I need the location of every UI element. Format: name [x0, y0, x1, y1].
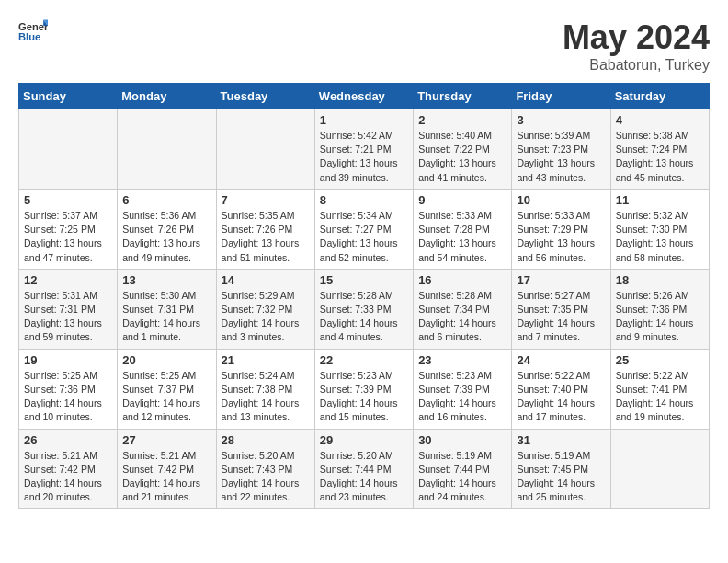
cell-details: Sunrise: 5:19 AM Sunset: 7:45 PM Dayligh…: [517, 449, 605, 505]
cell-details: Sunrise: 5:33 AM Sunset: 7:29 PM Dayligh…: [517, 209, 605, 265]
header-tuesday: Tuesday: [216, 84, 314, 109]
cell-details: Sunrise: 5:35 AM Sunset: 7:26 PM Dayligh…: [222, 209, 310, 265]
day-number: 18: [616, 273, 704, 287]
table-row: [118, 109, 216, 190]
header-wednesday: Wednesday: [314, 84, 413, 109]
day-number: 12: [24, 273, 112, 287]
cell-details: Sunrise: 5:28 AM Sunset: 7:33 PM Dayligh…: [320, 289, 408, 345]
day-number: 17: [517, 273, 605, 287]
day-number: 1: [320, 113, 408, 127]
table-row: 6Sunrise: 5:36 AM Sunset: 7:26 PM Daylig…: [118, 189, 216, 269]
title-area: May 2024 Babatorun, Turkey: [563, 18, 710, 74]
cell-details: Sunrise: 5:38 AM Sunset: 7:24 PM Dayligh…: [616, 129, 704, 185]
cell-details: Sunrise: 5:19 AM Sunset: 7:44 PM Dayligh…: [418, 449, 506, 505]
day-number: 7: [222, 193, 310, 207]
table-row: 31Sunrise: 5:19 AM Sunset: 7:45 PM Dayli…: [512, 429, 610, 509]
table-row: 29Sunrise: 5:20 AM Sunset: 7:44 PM Dayli…: [314, 429, 413, 509]
day-number: 16: [418, 273, 506, 287]
cell-details: Sunrise: 5:29 AM Sunset: 7:32 PM Dayligh…: [222, 289, 310, 345]
svg-text:Blue: Blue: [18, 31, 40, 42]
day-number: 10: [517, 193, 605, 207]
header-friday: Friday: [512, 84, 610, 109]
day-number: 27: [122, 433, 210, 447]
cell-details: Sunrise: 5:28 AM Sunset: 7:34 PM Dayligh…: [418, 289, 506, 345]
weekday-header-row: Sunday Monday Tuesday Wednesday Thursday…: [19, 84, 710, 109]
cell-details: Sunrise: 5:33 AM Sunset: 7:28 PM Dayligh…: [418, 209, 506, 265]
table-row: 13Sunrise: 5:30 AM Sunset: 7:31 PM Dayli…: [118, 269, 216, 349]
calendar-header: General Blue May 2024 Babatorun, Turkey: [18, 18, 710, 74]
day-number: 29: [320, 433, 408, 447]
cell-details: Sunrise: 5:36 AM Sunset: 7:26 PM Dayligh…: [122, 209, 210, 265]
day-number: 19: [24, 353, 112, 367]
cell-details: Sunrise: 5:24 AM Sunset: 7:38 PM Dayligh…: [222, 369, 310, 425]
table-row: [216, 109, 314, 190]
calendar-table: Sunday Monday Tuesday Wednesday Thursday…: [18, 83, 710, 509]
week-row-1: 5Sunrise: 5:37 AM Sunset: 7:25 PM Daylig…: [19, 189, 710, 269]
cell-details: Sunrise: 5:23 AM Sunset: 7:39 PM Dayligh…: [418, 369, 506, 425]
cell-details: Sunrise: 5:20 AM Sunset: 7:43 PM Dayligh…: [222, 449, 310, 505]
day-number: 5: [24, 193, 112, 207]
table-row: 16Sunrise: 5:28 AM Sunset: 7:34 PM Dayli…: [414, 269, 512, 349]
table-row: 7Sunrise: 5:35 AM Sunset: 7:26 PM Daylig…: [216, 189, 314, 269]
cell-details: Sunrise: 5:27 AM Sunset: 7:35 PM Dayligh…: [517, 289, 605, 345]
cell-details: Sunrise: 5:39 AM Sunset: 7:23 PM Dayligh…: [517, 129, 605, 185]
table-row: 15Sunrise: 5:28 AM Sunset: 7:33 PM Dayli…: [314, 269, 413, 349]
calendar-title: May 2024: [563, 18, 710, 57]
table-row: 14Sunrise: 5:29 AM Sunset: 7:32 PM Dayli…: [216, 269, 314, 349]
day-number: 22: [320, 353, 408, 367]
table-row: 10Sunrise: 5:33 AM Sunset: 7:29 PM Dayli…: [512, 189, 610, 269]
table-row: 28Sunrise: 5:20 AM Sunset: 7:43 PM Dayli…: [216, 429, 314, 509]
cell-details: Sunrise: 5:22 AM Sunset: 7:41 PM Dayligh…: [616, 369, 704, 425]
logo-icon: General Blue: [18, 18, 48, 44]
cell-details: Sunrise: 5:31 AM Sunset: 7:31 PM Dayligh…: [24, 289, 112, 345]
table-row: 17Sunrise: 5:27 AM Sunset: 7:35 PM Dayli…: [512, 269, 610, 349]
header-monday: Monday: [118, 84, 216, 109]
calendar-body: 1Sunrise: 5:42 AM Sunset: 7:21 PM Daylig…: [19, 109, 710, 509]
day-number: 25: [616, 353, 704, 367]
day-number: 30: [418, 433, 506, 447]
table-row: [610, 429, 709, 509]
cell-details: Sunrise: 5:37 AM Sunset: 7:25 PM Dayligh…: [24, 209, 112, 265]
cell-details: Sunrise: 5:30 AM Sunset: 7:31 PM Dayligh…: [122, 289, 210, 345]
cell-details: Sunrise: 5:23 AM Sunset: 7:39 PM Dayligh…: [320, 369, 408, 425]
day-number: 23: [418, 353, 506, 367]
week-row-3: 19Sunrise: 5:25 AM Sunset: 7:36 PM Dayli…: [19, 349, 710, 429]
day-number: 26: [24, 433, 112, 447]
day-number: 31: [517, 433, 605, 447]
cell-details: Sunrise: 5:21 AM Sunset: 7:42 PM Dayligh…: [24, 449, 112, 505]
cell-details: Sunrise: 5:25 AM Sunset: 7:36 PM Dayligh…: [24, 369, 112, 425]
table-row: 30Sunrise: 5:19 AM Sunset: 7:44 PM Dayli…: [414, 429, 512, 509]
cell-details: Sunrise: 5:26 AM Sunset: 7:36 PM Dayligh…: [616, 289, 704, 345]
week-row-2: 12Sunrise: 5:31 AM Sunset: 7:31 PM Dayli…: [19, 269, 710, 349]
table-row: 1Sunrise: 5:42 AM Sunset: 7:21 PM Daylig…: [314, 109, 413, 190]
table-row: 5Sunrise: 5:37 AM Sunset: 7:25 PM Daylig…: [19, 189, 118, 269]
logo: General Blue: [18, 18, 48, 44]
header-thursday: Thursday: [414, 84, 512, 109]
table-row: 27Sunrise: 5:21 AM Sunset: 7:42 PM Dayli…: [118, 429, 216, 509]
day-number: 24: [517, 353, 605, 367]
table-row: 4Sunrise: 5:38 AM Sunset: 7:24 PM Daylig…: [610, 109, 709, 190]
table-row: 2Sunrise: 5:40 AM Sunset: 7:22 PM Daylig…: [414, 109, 512, 190]
table-row: 25Sunrise: 5:22 AM Sunset: 7:41 PM Dayli…: [610, 349, 709, 429]
table-row: 12Sunrise: 5:31 AM Sunset: 7:31 PM Dayli…: [19, 269, 118, 349]
table-row: 9Sunrise: 5:33 AM Sunset: 7:28 PM Daylig…: [414, 189, 512, 269]
day-number: 8: [320, 193, 408, 207]
calendar-subtitle: Babatorun, Turkey: [563, 57, 710, 74]
day-number: 6: [122, 193, 210, 207]
week-row-0: 1Sunrise: 5:42 AM Sunset: 7:21 PM Daylig…: [19, 109, 710, 190]
table-row: 18Sunrise: 5:26 AM Sunset: 7:36 PM Dayli…: [610, 269, 709, 349]
day-number: 28: [222, 433, 310, 447]
table-row: 21Sunrise: 5:24 AM Sunset: 7:38 PM Dayli…: [216, 349, 314, 429]
header-saturday: Saturday: [610, 84, 709, 109]
cell-details: Sunrise: 5:34 AM Sunset: 7:27 PM Dayligh…: [320, 209, 408, 265]
week-row-4: 26Sunrise: 5:21 AM Sunset: 7:42 PM Dayli…: [19, 429, 710, 509]
day-number: 15: [320, 273, 408, 287]
header-sunday: Sunday: [19, 84, 118, 109]
table-row: 19Sunrise: 5:25 AM Sunset: 7:36 PM Dayli…: [19, 349, 118, 429]
cell-details: Sunrise: 5:32 AM Sunset: 7:30 PM Dayligh…: [616, 209, 704, 265]
cell-details: Sunrise: 5:25 AM Sunset: 7:37 PM Dayligh…: [122, 369, 210, 425]
table-row: 11Sunrise: 5:32 AM Sunset: 7:30 PM Dayli…: [610, 189, 709, 269]
day-number: 9: [418, 193, 506, 207]
day-number: 20: [122, 353, 210, 367]
cell-details: Sunrise: 5:21 AM Sunset: 7:42 PM Dayligh…: [122, 449, 210, 505]
